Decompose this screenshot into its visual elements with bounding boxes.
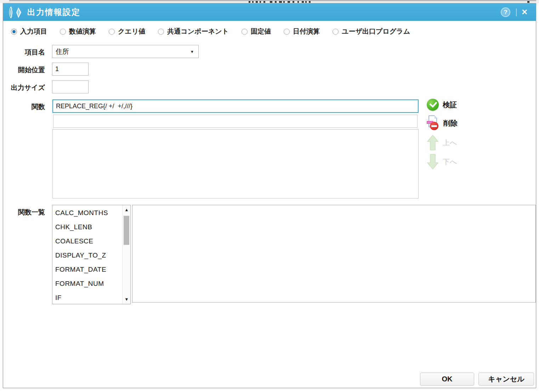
- titlebar-divider: [516, 8, 517, 16]
- function-list-item[interactable]: COALESCE: [52, 234, 122, 248]
- radio-option-0[interactable]: 入力項目: [11, 27, 47, 36]
- function-input[interactable]: [52, 99, 419, 113]
- radio-circle-icon: [242, 29, 248, 35]
- radio-circle-icon: [109, 29, 115, 35]
- background-window-edge: [0, 0, 539, 3]
- function-input-secondary[interactable]: [53, 115, 418, 128]
- scrollbar-thumb[interactable]: [124, 216, 129, 245]
- radio-option-label: 日付演算: [293, 27, 320, 36]
- item-name-label: 項目名: [3, 48, 45, 57]
- output-size-label: 出力サイズ: [3, 83, 45, 92]
- function-label: 関数: [3, 102, 45, 111]
- radio-option-4[interactable]: 固定値: [242, 27, 271, 36]
- function-list-item[interactable]: DISPLAY_TO_Z: [52, 248, 122, 263]
- radio-option-label: 入力項目: [20, 27, 47, 36]
- scrollbar-down-icon[interactable]: ▼: [123, 295, 131, 303]
- radio-option-label: 固定値: [251, 27, 271, 36]
- radio-option-label: 共通コンポーネント: [167, 27, 229, 36]
- start-position-input[interactable]: [52, 63, 89, 76]
- close-icon[interactable]: ×: [522, 7, 527, 17]
- item-name-select[interactable]: 住所 ▼: [52, 45, 199, 58]
- move-down-button[interactable]: 下へ: [427, 154, 466, 170]
- ok-button[interactable]: OK: [420, 373, 474, 386]
- function-list-item[interactable]: FORMAT_NUM: [52, 277, 122, 291]
- delete-button[interactable]: 削除: [427, 115, 466, 131]
- function-description-panel: [132, 205, 536, 302]
- chevron-down-icon: ▼: [190, 50, 198, 54]
- function-stack-list[interactable]: [52, 129, 419, 198]
- cancel-button[interactable]: キャンセル: [478, 373, 534, 386]
- app-logo-icon: [7, 5, 24, 19]
- dialog-titlebar[interactable]: 出力情報設定 ? ×: [3, 4, 536, 21]
- radio-circle-icon: [284, 29, 290, 35]
- radio-circle-icon: [60, 29, 66, 35]
- function-actions: 検証 削除 上へ 下へ: [427, 99, 466, 170]
- arrow-up-icon: [427, 134, 439, 151]
- move-up-button[interactable]: 上へ: [427, 134, 466, 151]
- function-list-item[interactable]: CALC_MONTHS: [52, 206, 122, 220]
- item-name-selected-value: 住所: [52, 47, 190, 56]
- screen: 出力情報設定 ? × 入力項目数値演算クエリ値共通コンポーネント固定値日付演算ユ…: [0, 0, 539, 392]
- function-list-item[interactable]: IF: [52, 291, 122, 304]
- dialog-title: 出力情報設定: [27, 7, 80, 18]
- radio-option-3[interactable]: 共通コンポーネント: [158, 27, 229, 36]
- function-list-scrollbar: ▲ ▼: [122, 205, 130, 304]
- output-size-input[interactable]: [52, 80, 89, 93]
- verify-check-icon: [427, 99, 439, 111]
- function-list-item[interactable]: CHK_LENB: [52, 220, 122, 234]
- radio-group: 入力項目数値演算クエリ値共通コンポーネント固定値日付演算ユーザ出口プログラム: [11, 27, 410, 36]
- radio-circle-icon: [158, 29, 164, 35]
- radio-option-label: ユーザ出口プログラム: [342, 27, 410, 36]
- radio-option-5[interactable]: 日付演算: [284, 27, 320, 36]
- radio-option-label: クエリ値: [118, 27, 145, 36]
- radio-circle-icon: [333, 29, 339, 35]
- function-list-item[interactable]: FORMAT_DATE: [52, 263, 122, 277]
- radio-option-2[interactable]: クエリ値: [109, 27, 145, 36]
- delete-document-icon: [427, 115, 439, 131]
- function-list-items: CALC_MONTHSCHK_LENBCOALESCEDISPLAY_TO_ZF…: [52, 206, 122, 304]
- function-list-label: 関数一覧: [3, 208, 45, 217]
- radio-option-6[interactable]: ユーザ出口プログラム: [333, 27, 410, 36]
- radio-option-label: 数値演算: [69, 27, 96, 36]
- help-icon[interactable]: ?: [501, 7, 510, 17]
- output-info-settings-dialog: 出力情報設定 ? × 入力項目数値演算クエリ値共通コンポーネント固定値日付演算ユ…: [3, 3, 536, 388]
- start-position-label: 開始位置: [3, 65, 45, 75]
- background-window-border: [9, 0, 536, 1]
- verify-button[interactable]: 検証: [427, 99, 466, 111]
- arrow-down-icon: [427, 154, 439, 170]
- function-list: CALC_MONTHSCHK_LENBCOALESCEDISPLAY_TO_ZF…: [52, 205, 131, 304]
- scrollbar-up-icon[interactable]: ▲: [123, 206, 131, 214]
- radio-circle-icon: [11, 29, 17, 35]
- radio-option-1[interactable]: 数値演算: [60, 27, 96, 36]
